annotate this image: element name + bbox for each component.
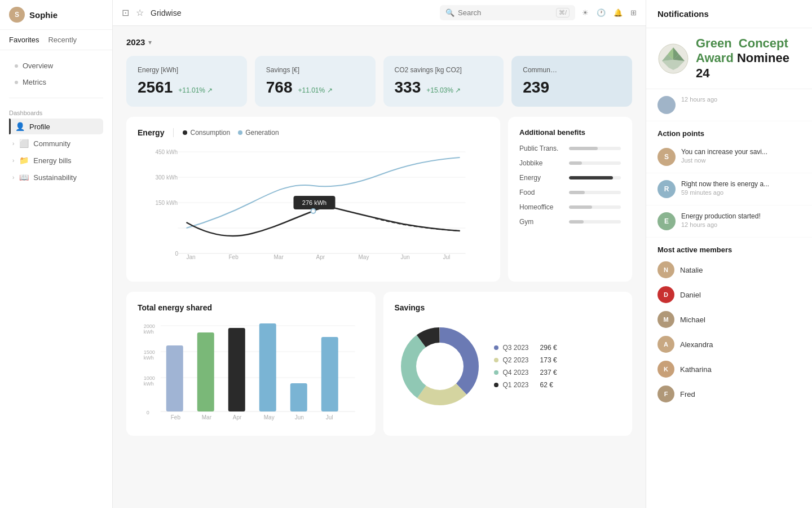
chart-divider	[173, 128, 174, 137]
notification-item: 12 hours ago	[646, 89, 812, 121]
member-name: Alexandra	[680, 340, 713, 349]
notif-text: Energy production started!	[681, 212, 801, 220]
member-name: Natalie	[680, 266, 703, 274]
award-label-text: Award	[696, 51, 737, 65]
energy-chart-area: 450 kWh 300 kWh 150 kWh 0 Jan Feb Mar Ap…	[138, 146, 489, 270]
dot-icon	[15, 64, 18, 68]
svg-text:kWh: kWh	[144, 381, 154, 387]
dashboards-label: Dashboards	[9, 110, 103, 116]
svg-point-18	[311, 209, 316, 213]
kpi-change: +15.03% ↗	[426, 86, 461, 94]
award-text: Green Concept Award Nominee 24	[696, 36, 801, 81]
benefits-card: Additional benefits Public Trans. Jobbik…	[508, 117, 632, 282]
layout-icon[interactable]: ⊞	[630, 8, 637, 17]
benefit-row-jobbike: Jobbike	[519, 159, 621, 167]
kpi-change-text: +15.03%	[426, 86, 453, 94]
bar-jul	[321, 337, 338, 411]
tab-favorites[interactable]: Favorites	[9, 36, 39, 44]
member-item-daniel: D Daniel	[646, 282, 812, 307]
svg-text:Jan: Jan	[187, 254, 196, 260]
energy-bills-icon: 📁	[19, 156, 29, 165]
svg-text:450 kWh: 450 kWh	[156, 149, 178, 155]
user-profile[interactable]: S Sophie	[0, 0, 112, 30]
member-avatar: N	[657, 261, 674, 278]
benefit-bar-fill	[569, 220, 584, 224]
kpi-row: Energy [kWh] 2561 +11.01% ↗ Savings [€] …	[126, 56, 632, 107]
kpi-label: CO2 savings [kg CO2]	[395, 66, 493, 74]
q2-label: Q2 2023	[503, 356, 529, 364]
action-point-item-1: S You can increase your savi... Just now	[646, 141, 812, 173]
svg-text:kWh: kWh	[144, 355, 154, 361]
action-point-item-2: R Right now there is energy a... 59 minu…	[646, 173, 812, 205]
member-name: Michael	[680, 316, 705, 324]
action-points-title: Action points	[646, 121, 812, 141]
sidebar-item-profile[interactable]: 👤 Profile	[9, 119, 103, 134]
sidebar-item-energy-bills[interactable]: › 📁 Energy bills	[9, 152, 103, 168]
chart-header: Energy Consumption Generation	[138, 128, 489, 137]
benefit-label: Gym	[519, 218, 564, 226]
notif-time: 12 hours ago	[681, 96, 801, 103]
legend-q4: Q4 2023 237 €	[494, 369, 557, 376]
user-avatar: S	[9, 7, 25, 23]
svg-text:2000: 2000	[144, 323, 155, 329]
search-bar[interactable]: 🔍 ⌘/	[440, 5, 575, 20]
benefit-bar-track	[569, 191, 621, 194]
benefit-bar-fill	[569, 176, 613, 179]
q2-value: 173 €	[540, 356, 557, 364]
member-item-alexandra: A Alexandra	[646, 332, 812, 357]
notif-content: Energy production started! 12 hours ago	[681, 212, 801, 228]
tab-recently[interactable]: Recently	[48, 36, 77, 44]
most-active-title: Most active members	[646, 238, 812, 257]
member-avatar: D	[657, 286, 674, 303]
svg-text:0: 0	[147, 410, 149, 415]
sidebar-item-sustainability[interactable]: › 📖 Sustainability	[9, 169, 103, 185]
bottom-row: Total energy shared 2000 kWh 1500 kWh 10…	[126, 292, 632, 436]
year-selector[interactable]: 2023 ▾	[126, 37, 632, 47]
svg-text:150 kWh: 150 kWh	[156, 200, 178, 206]
benefit-row-gym: Gym	[519, 218, 621, 226]
sidebar-item-label: Community	[33, 139, 70, 148]
award-green-text: Green Concept	[696, 36, 788, 50]
sidebar-item-overview[interactable]: Overview	[9, 58, 103, 73]
legend-label: Generation	[245, 129, 279, 137]
notif-avatar: S	[657, 148, 676, 166]
bar-mar	[197, 332, 214, 411]
year-label: 2023	[126, 37, 145, 47]
notif-content: 12 hours ago	[681, 96, 801, 103]
kpi-change-text: +11.01%	[178, 86, 205, 94]
svg-text:1000: 1000	[144, 375, 155, 381]
search-input[interactable]	[458, 8, 553, 17]
benefit-label: Public Trans.	[519, 144, 564, 152]
brightness-icon[interactable]: ☀	[582, 8, 589, 17]
kpi-value-row: 768 +11.01% ↗	[266, 78, 364, 97]
member-item-michael: M Michael	[646, 307, 812, 332]
svg-text:Apr: Apr	[233, 414, 242, 421]
svg-text:0: 0	[175, 251, 179, 257]
profile-icon: 👤	[15, 122, 25, 131]
kpi-card-co2: CO2 savings [kg CO2] 333 +15.03% ↗	[383, 56, 504, 107]
svg-text:300 kWh: 300 kWh	[156, 174, 178, 181]
history-icon[interactable]: 🕐	[597, 8, 606, 17]
kpi-value-row: 2561 +11.01% ↗	[138, 78, 236, 97]
notif-avatar	[657, 96, 676, 114]
sidebar-item-community[interactable]: › ⬜ Community	[9, 135, 103, 151]
q3-label: Q3 2023	[503, 344, 529, 352]
sidebar-toggle-icon[interactable]: ⊡	[122, 7, 129, 18]
benefit-bar-track	[569, 205, 621, 209]
total-energy-card: Total energy shared 2000 kWh 1500 kWh 10…	[126, 292, 376, 436]
donut-chart-svg	[395, 321, 485, 411]
star-icon[interactable]: ☆	[136, 7, 144, 18]
main-content: ⊡ ☆ Gridwise 🔍 ⌘/ ☀ 🕐 🔔 ⊞ 2023 ▾ Energy …	[113, 0, 646, 508]
benefit-bar-fill	[569, 191, 585, 194]
legend-generation: Generation	[238, 129, 279, 137]
search-icon: 🔍	[445, 8, 454, 17]
kpi-value: 239	[523, 78, 549, 97]
award-icon	[657, 43, 689, 75]
svg-text:Jul: Jul	[443, 254, 451, 260]
total-energy-title: Total energy shared	[138, 303, 364, 312]
bar-jun	[290, 383, 307, 411]
svg-text:Feb: Feb	[229, 254, 239, 260]
bell-icon[interactable]: 🔔	[614, 8, 623, 17]
sidebar-item-metrics[interactable]: Metrics	[9, 75, 103, 90]
legend-q3: Q3 2023 296 €	[494, 344, 557, 352]
